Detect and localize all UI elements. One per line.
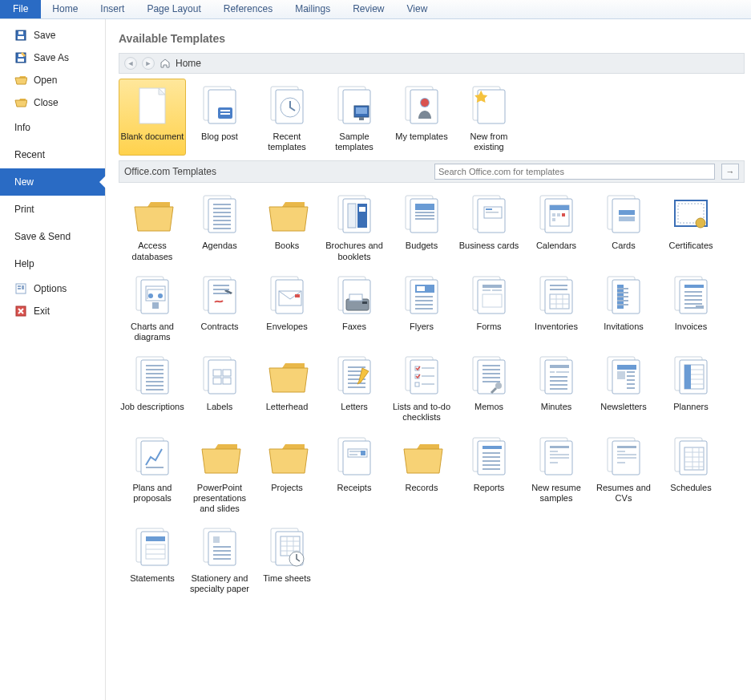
template-resumes-and-cvs[interactable]: Resumes and CVs: [590, 430, 657, 518]
sidebar-item-info[interactable]: Info: [0, 114, 105, 141]
template-sample-templates[interactable]: Sample templates: [321, 79, 388, 156]
ribbon-tab-mailings[interactable]: Mailings: [284, 0, 341, 18]
template-new-resume-samples[interactable]: New resume samples: [523, 430, 590, 518]
template-blank-document[interactable]: Blank document: [119, 79, 186, 156]
svg-rect-168: [550, 365, 569, 368]
ribbon-tab-references[interactable]: References: [212, 0, 284, 18]
template-new-from-existing[interactable]: New from existing: [455, 79, 523, 156]
template-invoices[interactable]: Invoices: [657, 269, 725, 346]
template-letters[interactable]: Letters: [321, 349, 388, 426]
template-contracts[interactable]: Contracts: [186, 269, 253, 346]
template-recent-templates[interactable]: Recent templates: [253, 79, 321, 156]
template-label: Records: [406, 483, 438, 493]
svg-rect-162: [482, 373, 500, 374]
template-flyers[interactable]: Flyers: [388, 269, 455, 346]
template-inventories[interactable]: Inventories: [523, 269, 590, 346]
svg-rect-148: [348, 382, 365, 384]
ribbon-tab-page-layout[interactable]: Page Layout: [135, 0, 212, 18]
template-budgets[interactable]: Budgets: [388, 188, 455, 265]
template-faxes[interactable]: Faxes: [321, 269, 388, 346]
template-stationery-and-specialty-paper[interactable]: Stationery and specialty paper: [186, 520, 253, 597]
sidebar-item-save-send[interactable]: Save & Send: [0, 223, 105, 250]
template-brochures-and-booklets[interactable]: Brochures and booklets: [321, 188, 388, 265]
sidebar-item-save[interactable]: Save: [0, 24, 105, 47]
template-job-descriptions[interactable]: Job descriptions: [119, 349, 186, 426]
svg-rect-140: [213, 378, 221, 384]
template-time-sheets[interactable]: Time sheets: [253, 520, 321, 597]
template-agendas[interactable]: Agendas: [186, 188, 253, 265]
template-planners[interactable]: Planners: [657, 349, 725, 426]
nav-forward-icon[interactable]: ►: [142, 57, 155, 70]
sidebar-item-options[interactable]: Options: [0, 277, 105, 300]
search-go-button[interactable]: →: [721, 164, 739, 180]
svg-rect-217: [617, 457, 636, 459]
folder-icon: [130, 192, 175, 237]
template-business-cards[interactable]: Business cards: [455, 188, 523, 265]
template-reports[interactable]: Reports: [455, 430, 523, 518]
template-plans-and-proposals[interactable]: Plans and proposals: [119, 430, 186, 518]
template-minutes[interactable]: Minutes: [523, 349, 590, 426]
ribbon-tab-home[interactable]: Home: [41, 0, 89, 18]
template-lists-and-to-do-checklists[interactable]: Lists and to-do checklists: [388, 349, 455, 426]
svg-rect-133: [146, 381, 164, 382]
template-certificates[interactable]: Certificates: [657, 188, 725, 265]
template-label: Agendas: [202, 241, 236, 251]
ribbon-tab-review[interactable]: Review: [341, 0, 395, 18]
template-forms[interactable]: Forms: [455, 269, 523, 346]
svg-rect-160: [482, 365, 500, 366]
template-records[interactable]: Records: [388, 430, 455, 518]
template-label: Letterhead: [266, 402, 309, 412]
search-office-templates-input[interactable]: [434, 164, 715, 180]
template-calendars[interactable]: Calendars: [523, 188, 590, 265]
ribbon-tab-file[interactable]: File: [0, 0, 41, 18]
template-schedules[interactable]: Schedules: [657, 430, 725, 518]
template-projects[interactable]: Projects: [253, 430, 321, 518]
template-receipts[interactable]: Receipts: [321, 430, 388, 518]
svg-rect-36: [213, 216, 231, 217]
svg-rect-231: [213, 554, 231, 556]
nav-back-icon[interactable]: ◄: [124, 57, 137, 70]
sidebar-item-exit[interactable]: Exit: [0, 300, 105, 322]
template-label: Calendars: [536, 241, 576, 251]
template-statements[interactable]: Statements: [119, 520, 186, 597]
template-labels[interactable]: Labels: [186, 349, 253, 426]
sidebar-item-recent[interactable]: Recent: [0, 141, 105, 168]
svg-rect-192: [343, 441, 370, 475]
form-icon: [466, 273, 511, 318]
svg-rect-173: [550, 384, 567, 386]
office-templates-grid: Access databasesAgendasBooksBrochures an…: [119, 188, 745, 597]
svg-point-165: [495, 382, 502, 389]
template-label: Newsletters: [600, 402, 646, 412]
svg-rect-208: [550, 451, 558, 452]
sidebar-item-close[interactable]: Close: [0, 91, 105, 114]
template-memos[interactable]: Memos: [455, 349, 523, 426]
svg-rect-121: [684, 291, 702, 293]
sidebar-item-open[interactable]: Open: [0, 69, 105, 91]
svg-rect-229: [213, 546, 231, 548]
template-letterhead[interactable]: Letterhead: [253, 349, 321, 426]
ribbon-tab-insert[interactable]: Insert: [89, 0, 135, 18]
sidebar-item-help[interactable]: Help: [0, 250, 105, 277]
template-my-templates[interactable]: My templates: [388, 79, 455, 156]
ribbon-tab-view[interactable]: View: [396, 0, 439, 18]
svg-rect-55: [486, 212, 499, 213]
svg-rect-228: [213, 536, 220, 543]
template-label: Brochures and booklets: [322, 241, 386, 261]
template-envelopes[interactable]: Envelopes: [253, 269, 321, 346]
report-icon: [466, 435, 511, 479]
sidebar-item-new[interactable]: New: [0, 168, 105, 196]
breadcrumb-home[interactable]: Home: [176, 58, 201, 69]
template-newsletters[interactable]: Newsletters: [590, 349, 657, 426]
template-blog-post[interactable]: Blog post: [186, 79, 253, 156]
template-books[interactable]: Books: [253, 188, 321, 265]
svg-rect-199: [482, 446, 502, 449]
svg-rect-155: [422, 375, 434, 377]
template-powerpoint-presentations-and-slides[interactable]: PowerPoint presentations and slides: [186, 430, 253, 518]
sidebar-item-save-as[interactable]: Save As: [0, 47, 105, 69]
template-invitations[interactable]: Invitations: [590, 269, 657, 346]
home-icon[interactable]: [159, 58, 171, 69]
template-cards[interactable]: Cards: [590, 188, 657, 265]
template-charts-and-diagrams[interactable]: Charts and diagrams: [119, 269, 186, 346]
sidebar-item-print[interactable]: Print: [0, 196, 105, 223]
template-access-databases[interactable]: Access databases: [119, 188, 186, 265]
